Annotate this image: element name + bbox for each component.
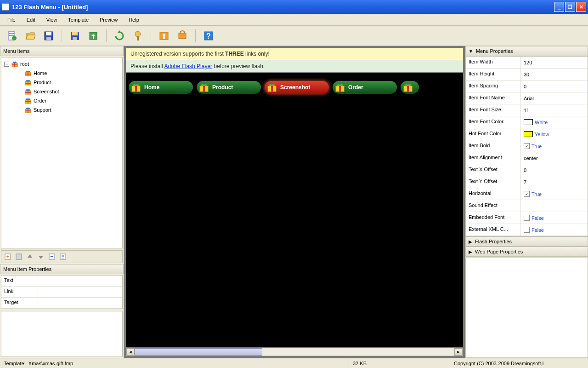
scroll-track[interactable] [135, 348, 454, 356]
prop-value[interactable]: Yellow [521, 128, 588, 140]
preview-panel: Unregistered version supports the first … [124, 46, 465, 358]
indent-button[interactable] [47, 252, 57, 261]
property-row[interactable]: Hot Font ColorYellow [466, 128, 588, 140]
checkbox[interactable] [524, 143, 530, 149]
maximize-button[interactable]: ❐ [565, 2, 575, 12]
color-swatch[interactable] [524, 131, 533, 137]
webpage-properties-header[interactable]: ▶Web Page Properties [465, 247, 588, 257]
prop-value[interactable]: False [521, 224, 588, 236]
item-prop-row[interactable]: Target [1, 298, 122, 309]
prop-value[interactable] [521, 200, 588, 212]
right-panel: ▼Menu Properties Item Width120Item Heigh… [465, 46, 588, 358]
save-button[interactable] [41, 29, 56, 43]
export-button[interactable] [86, 29, 101, 43]
scroll-thumb[interactable] [135, 348, 262, 356]
preview-menu-product[interactable]: Product [197, 81, 261, 94]
tree-item-support[interactable]: Support [3, 105, 120, 115]
flash-properties-header[interactable]: ▶Flash Properties [465, 236, 588, 247]
add-item-button[interactable]: + [3, 252, 12, 261]
toolbar-separator [62, 29, 62, 42]
prop-value[interactable]: True [521, 140, 588, 152]
menu-help[interactable]: Help [124, 16, 144, 24]
prop-value[interactable]: White [521, 116, 588, 128]
property-row[interactable]: Text X Offset0 [466, 164, 588, 176]
prop-value[interactable] [38, 287, 122, 297]
property-row[interactable]: External XML C...False [466, 224, 588, 236]
item-prop-row[interactable]: Link [1, 287, 122, 298]
prop-value-text: 0 [524, 167, 526, 173]
save-template-button[interactable] [68, 29, 82, 43]
property-row[interactable]: Item Width120 [466, 57, 588, 69]
property-row[interactable]: Item Height30 [466, 69, 588, 80]
close-button[interactable]: ✕ [576, 2, 586, 12]
preview-menu-order[interactable]: Order [333, 81, 397, 94]
register-button[interactable] [157, 29, 171, 43]
banner-text: before preview flash. [212, 63, 265, 69]
menu-template[interactable]: Template [63, 16, 93, 24]
prop-value[interactable]: 0 [521, 164, 588, 176]
menu-file[interactable]: File [3, 16, 20, 24]
checkbox[interactable] [524, 215, 530, 221]
new-button[interactable] [5, 29, 19, 43]
minimize-button[interactable]: _ [554, 2, 564, 12]
menu-tree[interactable]: −rootHomeProductScreenshotOrderSupport [1, 57, 123, 248]
menu-properties-header[interactable]: ▼Menu Properties [465, 46, 588, 56]
flash-player-link[interactable]: Adobe Flash Player [164, 63, 212, 69]
tree-item-order[interactable]: Order [3, 96, 120, 105]
property-row[interactable]: Item Spacing0 [466, 80, 588, 92]
preview-menu-home[interactable]: Home [129, 81, 193, 94]
tree-item-home[interactable]: Home [3, 69, 120, 78]
prop-value[interactable]: True [521, 188, 588, 200]
collapse-icon[interactable]: − [4, 62, 9, 67]
prop-value[interactable] [38, 298, 122, 308]
refresh-button[interactable] [112, 29, 127, 43]
checkbox[interactable] [524, 191, 530, 197]
expand-icon: ▼ [469, 49, 473, 54]
scroll-right-button[interactable]: ► [454, 348, 463, 356]
preview-menu-partial[interactable] [401, 81, 419, 94]
prop-value[interactable]: 30 [521, 69, 588, 80]
outdent-button[interactable] [58, 252, 68, 261]
section-title: Flash Properties [475, 239, 512, 244]
help-button[interactable]: ? [201, 29, 216, 43]
collapse-icon: ▶ [469, 249, 472, 254]
property-row[interactable]: Sound Effect [466, 200, 588, 212]
prop-value[interactable]: 11 [521, 104, 588, 116]
move-down-button[interactable] [36, 252, 45, 261]
prop-value[interactable]: center [521, 152, 588, 164]
property-row[interactable]: Item BoldTrue [466, 140, 588, 152]
property-row[interactable]: HorizontalTrue [466, 188, 588, 200]
buy-button[interactable] [175, 29, 190, 43]
property-row[interactable]: Embedded FontFalse [466, 212, 588, 224]
open-button[interactable] [23, 29, 38, 43]
prop-value[interactable]: 120 [521, 57, 588, 68]
property-row[interactable]: Text Y Offset7 [466, 176, 588, 188]
prop-value[interactable]: False [521, 212, 588, 224]
preview-menu-screenshot[interactable]: Screenshot [265, 81, 329, 94]
property-row[interactable]: Item Alignmentcenter [466, 152, 588, 164]
property-row[interactable]: Item Font NameArial [466, 92, 588, 104]
item-prop-row[interactable]: Text [1, 276, 122, 287]
property-row[interactable]: Item Font ColorWhite [466, 116, 588, 128]
prop-value[interactable]: 7 [521, 176, 588, 188]
property-row[interactable]: Item Font Size11 [466, 104, 588, 116]
menu-view[interactable]: View [42, 16, 62, 24]
move-up-button[interactable] [25, 252, 34, 261]
prop-value[interactable]: 0 [521, 80, 588, 92]
tree-item-screenshot[interactable]: Screenshot [3, 87, 120, 96]
tree-root[interactable]: −root [3, 59, 120, 69]
color-swatch[interactable] [524, 119, 533, 125]
tree-item-product[interactable]: Product [3, 78, 120, 87]
prop-value[interactable]: Arial [521, 92, 588, 104]
checkbox[interactable] [524, 227, 530, 233]
menu-preview: HomeProductScreenshotOrder [126, 73, 463, 97]
prop-value[interactable] [38, 276, 122, 286]
horizontal-scrollbar[interactable]: ◄ ► [126, 348, 463, 356]
prop-value-text: 30 [524, 72, 529, 77]
menu-preview[interactable]: Preview [95, 16, 122, 24]
publish-button[interactable] [130, 29, 145, 43]
svg-point-3 [12, 36, 17, 40]
delete-item-button[interactable] [14, 252, 23, 261]
menu-edit[interactable]: Edit [22, 16, 40, 24]
scroll-left-button[interactable]: ◄ [126, 348, 135, 356]
